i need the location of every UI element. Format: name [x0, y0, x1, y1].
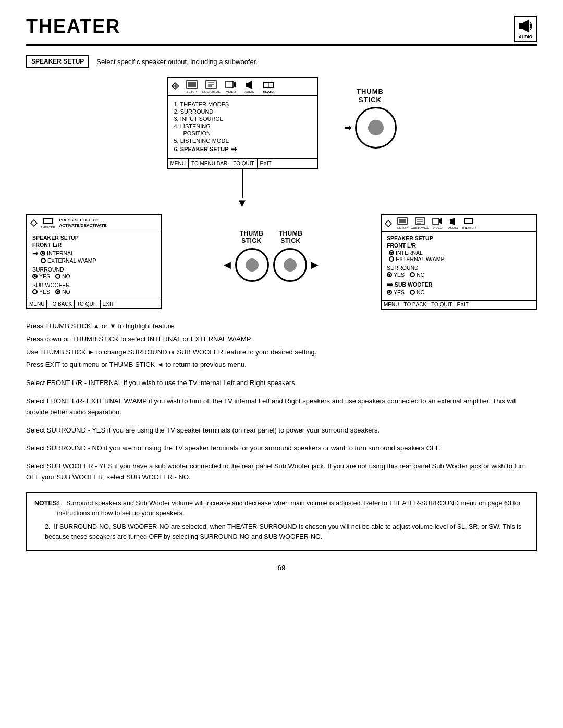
middle-thumbsticks: THUMBSTICK THUMBSTICK ◀ ▶: [224, 214, 319, 282]
menu-item-5: 5. LISTENING MODE: [174, 138, 311, 144]
speaker-icon: [518, 19, 533, 33]
osd-bar-exit: EXIT: [258, 159, 274, 168]
note-2-num: [34, 522, 42, 542]
left-sub-no-radio: [55, 289, 60, 294]
left-surround-yes-label: YES: [39, 273, 50, 279]
left-panel-bottom-bar: MENU TO BACK TO QUIT EXIT: [27, 300, 161, 308]
para-4: Select SURROUND - NO if you are not usin…: [26, 443, 537, 454]
main-thumb-stick: [355, 107, 397, 149]
svg-rect-30: [450, 219, 451, 224]
right-sub-yes-label: YES: [394, 289, 405, 295]
right-surround-no-radio: [410, 272, 415, 277]
osd-bar-toquit: TO QUIT: [230, 159, 257, 168]
left-panel-surround: SURROUND YES NO: [32, 266, 155, 279]
osd-bar-menu: MENU: [168, 159, 189, 168]
right-panel-internal-row: INTERNAL: [389, 250, 531, 256]
instruction-2: Press down on THUMB STICK to select INTE…: [26, 334, 537, 345]
svg-marker-29: [439, 218, 442, 224]
right-panel-external-row: EXTERNAL W/AMP: [389, 256, 531, 262]
right-surround-row: YES NO: [387, 272, 531, 278]
left-internal-label: INTERNAL: [47, 250, 74, 256]
osd-icon-audio: AUDIO: [241, 80, 258, 93]
menu-item-3: 3. INPUT SOURCE: [174, 116, 311, 122]
right-external-radio: [389, 256, 394, 262]
audio-label: AUDIO: [519, 34, 532, 39]
svg-rect-0: [519, 23, 523, 29]
left-arrow-icon: ◀: [224, 259, 231, 270]
right-sub-no-label: NO: [417, 289, 425, 295]
left-external-radio: [41, 258, 46, 263]
svg-marker-31: [451, 218, 455, 225]
svg-rect-13: [246, 83, 248, 87]
right-thumb-inner: [284, 258, 297, 272]
svg-rect-33: [465, 219, 472, 223]
left-panel-top-icons: THEATER PRESS SELECT TOACTIVATE/DEACTIVA…: [27, 215, 161, 231]
ts-sticks-row: ◀ ▶: [224, 248, 319, 282]
right-panel-customize-icon: CUSTOMIZE: [411, 217, 429, 229]
press-select-label: PRESS SELECT TOACTIVATE/DEACTIVATE: [59, 218, 107, 228]
right-internal-label: INTERNAL: [396, 250, 423, 256]
right-panel-audio-icon: AUDIO: [446, 217, 460, 229]
right-sub-yes-radio: [387, 290, 392, 295]
menu-item-6: 6. SPEAKER SETUP ➡: [174, 145, 311, 153]
svg-rect-23: [399, 219, 406, 223]
left-surround-label: SURROUND: [32, 266, 155, 273]
svg-marker-18: [31, 220, 37, 226]
osd-top-icons: SETUP CUSTOMIZE VIDEO AUDIO THEATER: [168, 78, 317, 96]
right-surround-yes-label: YES: [394, 272, 405, 278]
thumb-stick-arrow: ➡: [344, 107, 397, 149]
menu-item-4b: POSITION: [174, 130, 311, 137]
left-panel-body: SPEAKER SETUP FRONT L/R ➡ INTERNAL EXTER…: [27, 231, 161, 300]
left-bar-exit: EXIT: [101, 300, 116, 308]
ts-label-pair: THUMBSTICK THUMBSTICK: [235, 230, 308, 245]
left-surround-no-label: NO: [62, 273, 70, 279]
para-3: Select SURROUND - YES if you are using t…: [26, 425, 537, 436]
osd-bar-tomenubar: TO MENU BAR: [189, 159, 230, 168]
left-bar-toquit: TO QUIT: [75, 300, 100, 308]
right-bar-menu: MENU: [382, 301, 401, 309]
page-header: THEATER AUDIO: [26, 16, 537, 46]
note-item-1: NOTES: 1. Surround speakers and Sub Woof…: [34, 499, 529, 519]
ts-label-left: THUMBSTICK: [235, 230, 268, 245]
left-panel-speaker-setup: SPEAKER SETUP FRONT L/R ➡ INTERNAL EXTER…: [32, 235, 155, 264]
para-2: Select FRONT L/R- EXTERNAL W/AMP if you …: [26, 396, 537, 418]
menu-item-4: 4. LISTENING: [174, 123, 311, 129]
osd-body: 1. THEATER MODES 2. SURROUND 3. INPUT SO…: [168, 96, 317, 158]
diagram-area: SETUP CUSTOMIZE VIDEO AUDIO THEATER: [26, 77, 537, 209]
note-2-text: 2. If SURROUND-NO, SUB WOOFER-NO are sel…: [45, 522, 529, 542]
left-sub-yes-radio: [32, 289, 38, 294]
left-panel-theater-icon: THEATER: [41, 217, 55, 229]
note-item-2: 2. If SURROUND-NO, SUB WOOFER-NO are sel…: [34, 522, 529, 542]
instruction-3: Use THUMB STICK ► to change SURROUND or …: [26, 347, 537, 358]
right-panel-setup-icon: SETUP: [395, 217, 410, 229]
left-sub-no-label: NO: [62, 289, 70, 295]
right-sub-label: ➡SUB WOOFER: [387, 280, 531, 289]
left-external-label: EXTERNAL W/AMP: [47, 257, 96, 264]
left-sub-row: YES NO: [32, 289, 155, 295]
left-bar-toback: TO BACK: [47, 300, 75, 308]
right-surround-label: SURROUND: [387, 265, 531, 271]
left-panel-front-lr: FRONT L/R: [32, 242, 155, 248]
left-surround-yes-radio: [32, 274, 38, 279]
left-panel-title: SPEAKER SETUP: [32, 235, 155, 241]
right-surround-no-label: NO: [417, 272, 425, 278]
instruction-1: Press THUMB STICK ▲ or ▼ to highlight fe…: [26, 321, 537, 332]
bottom-panels: THEATER PRESS SELECT TOACTIVATE/DEACTIVA…: [26, 214, 537, 310]
main-osd-screen: SETUP CUSTOMIZE VIDEO AUDIO THEATER: [167, 77, 318, 169]
audio-icon-box: AUDIO: [514, 16, 537, 42]
speaker-setup-section: SPEAKER SETUP Select specific speaker ou…: [26, 55, 537, 68]
left-thumb-inner: [246, 258, 259, 272]
left-panel-subwoofer: SUB WOOFER YES NO: [32, 282, 155, 295]
right-surround-yes-radio: [387, 272, 392, 277]
left-internal-radio: [40, 251, 45, 256]
para-1: Select FRONT L/R - INTERNAL if you wish …: [26, 378, 537, 389]
left-panel: THEATER PRESS SELECT TOACTIVATE/DEACTIVA…: [26, 214, 162, 309]
notes-box: NOTES: 1. Surround speakers and Sub Woof…: [26, 492, 537, 552]
right-external-label: EXTERNAL W/AMP: [396, 256, 445, 262]
instructions: Press THUMB STICK ▲ or ▼ to highlight fe…: [26, 321, 537, 483]
osd-icon-video: VIDEO: [223, 80, 239, 93]
right-panel: SETUP CUSTOMIZE VIDEO AUDIO THEATER SPEA…: [381, 214, 537, 310]
right-bar-toquit: TO QUIT: [429, 301, 455, 309]
svg-rect-28: [433, 218, 439, 224]
ts-label-right: THUMBSTICK: [274, 230, 308, 245]
